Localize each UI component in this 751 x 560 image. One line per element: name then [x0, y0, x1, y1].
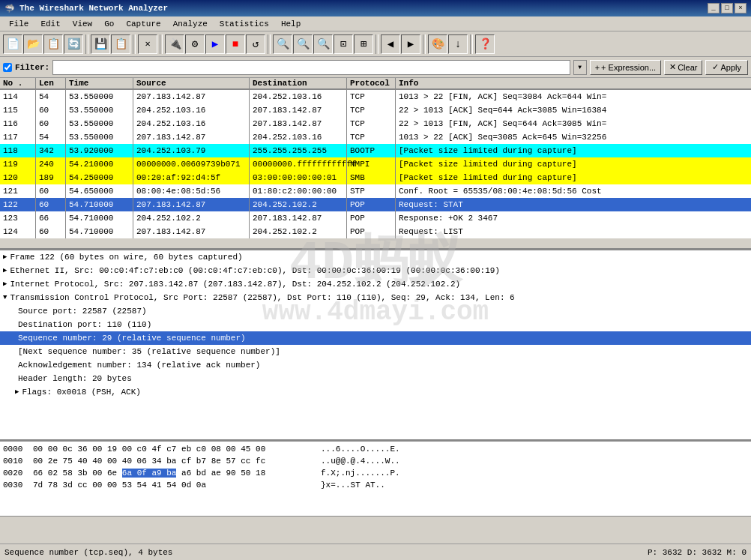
cell-src: 204.252.102.2 — [133, 211, 250, 225]
table-row[interactable]: 114 54 53.550000 207.183.142.87 204.252.… — [0, 90, 751, 103]
help-button[interactable]: ❓ — [475, 34, 495, 54]
col-header-len[interactable]: Len — [36, 78, 66, 88]
list-item[interactable]: ▶Frame 122 (60 bytes on wire, 60 bytes c… — [0, 250, 751, 264]
col-header-dst[interactable]: Destination — [250, 78, 347, 88]
zoom-in-button[interactable]: 🔍 — [293, 34, 313, 54]
start-capture-button[interactable]: ▶ — [205, 34, 225, 54]
cell-dst: 255.255.255.255 — [250, 144, 347, 157]
expand-icon[interactable]: ▶ — [3, 265, 7, 277]
new-capture-button[interactable]: 📄 — [3, 34, 22, 54]
cell-dst: 204.252.103.16 — [250, 90, 347, 103]
cell-time: 53.920000 — [66, 144, 133, 157]
resize-columns-button[interactable]: ⊞ — [354, 34, 373, 54]
list-item[interactable]: Header length: 20 bytes — [0, 372, 751, 385]
cell-src: 207.183.142.87 — [133, 130, 250, 144]
table-row[interactable]: 123 66 54.710000 204.252.102.2 207.183.1… — [0, 211, 751, 225]
expression-button[interactable]: + + Expression... — [590, 60, 662, 75]
menu-statistics[interactable]: Statistics — [214, 18, 275, 30]
save-button[interactable]: 💾 — [91, 34, 110, 54]
menu-help[interactable]: Help — [275, 18, 307, 30]
filter-input[interactable] — [52, 60, 570, 75]
detail-text: Sequence number: 29 (relative sequence n… — [18, 332, 246, 344]
cell-no: 124 — [0, 225, 36, 238]
zoom-out-button[interactable]: 🔍 — [313, 34, 333, 54]
col-header-info[interactable]: Info — [396, 78, 751, 88]
list-item[interactable]: Acknowledgement number: 134 (relative ac… — [0, 358, 751, 372]
colorize-button[interactable]: 🎨 — [428, 34, 447, 54]
table-row[interactable]: 117 54 53.550000 207.183.142.87 204.252.… — [0, 130, 751, 144]
cell-len: 240 — [36, 157, 66, 171]
capture-options-button[interactable]: ⚙ — [185, 34, 205, 54]
cell-proto: POP — [347, 225, 396, 238]
table-row[interactable]: 118 342 53.920000 204.252.103.79 255.255… — [0, 144, 751, 157]
reload-button[interactable]: 🔄 — [64, 34, 83, 54]
detail-text: [Next sequence number: 35 (relative sequ… — [18, 346, 280, 358]
filter-label: Filter: — [15, 63, 49, 72]
expand-icon[interactable]: ▼ — [3, 292, 7, 304]
clear-button[interactable]: ✕ Clear — [664, 60, 702, 75]
col-header-no[interactable]: No . — [0, 78, 36, 88]
close-button2[interactable]: 📋 — [43, 34, 63, 54]
expand-icon[interactable]: ▶ — [3, 251, 7, 263]
find-button[interactable]: 🔍 — [273, 34, 292, 54]
list-item[interactable]: Source port: 22587 (22587) — [0, 304, 751, 318]
menu-bar: File Edit View Go Capture Analyze Statis… — [0, 16, 751, 31]
filter-checkbox[interactable] — [3, 63, 12, 72]
cell-info: 22 > 1013 [ACK] Seq=644 Ack=3085 Win=163… — [396, 103, 751, 117]
table-row[interactable]: 115 60 53.550000 204.252.103.16 207.183.… — [0, 103, 751, 117]
menu-go[interactable]: Go — [98, 18, 120, 30]
maximize-button[interactable]: □ — [721, 3, 733, 13]
capture-interfaces-button[interactable]: 🔌 — [165, 34, 184, 54]
table-row[interactable]: 120 189 54.250000 00:20:af:92:d4:5f 03:0… — [0, 171, 751, 184]
cell-time: 54.710000 — [66, 198, 133, 211]
cell-src: 207.183.142.87 — [133, 90, 250, 103]
cell-no: 123 — [0, 211, 36, 225]
table-row[interactable]: 122 60 54.710000 207.183.142.87 204.252.… — [0, 198, 751, 211]
hex-ascii: f.X;.nj.......P. — [321, 467, 400, 479]
packet-list-pane: No . Len Time Source Destination Protoco… — [0, 78, 751, 250]
cell-len: 342 — [36, 144, 66, 157]
col-header-src[interactable]: Source — [133, 78, 250, 88]
list-item[interactable]: ▶Internet Protocol, Src: 207.183.142.87 … — [0, 277, 751, 291]
menu-edit[interactable]: Edit — [34, 18, 66, 30]
table-row[interactable]: 121 60 54.650000 08:00:4e:08:5d:56 01:80… — [0, 184, 751, 198]
list-item[interactable]: Sequence number: 29 (relative sequence n… — [0, 331, 751, 345]
table-row[interactable]: 116 60 53.550000 204.252.103.16 207.183.… — [0, 117, 751, 130]
stop-capture-button[interactable]: ■ — [226, 34, 245, 54]
zoom-normal-button[interactable]: ⊡ — [334, 34, 353, 54]
list-item[interactable]: ▼Transmission Control Protocol, Src Port… — [0, 291, 751, 304]
next-button[interactable]: ▶ — [401, 34, 420, 54]
apply-button[interactable]: ✓ Apply — [705, 60, 748, 75]
menu-file[interactable]: File — [3, 18, 34, 30]
cell-proto: BOOTP — [347, 144, 396, 157]
prev-button[interactable]: ◀ — [381, 34, 400, 54]
restart-button[interactable]: ↺ — [246, 34, 265, 54]
menu-view[interactable]: View — [67, 18, 98, 30]
list-item[interactable]: Destination port: 110 (110) — [0, 318, 751, 331]
col-header-time[interactable]: Time — [66, 78, 133, 88]
open-button[interactable]: 📂 — [23, 34, 43, 54]
cell-src: 207.183.142.87 — [133, 225, 250, 238]
menu-capture[interactable]: Capture — [120, 18, 166, 30]
cell-dst: 207.183.142.87 — [250, 103, 347, 117]
autoscroll-button[interactable]: ↓ — [448, 34, 468, 54]
cell-len: 54 — [36, 130, 66, 144]
expand-icon[interactable]: ▶ — [15, 386, 19, 398]
cell-len: 189 — [36, 171, 66, 184]
save-as-button[interactable]: 📋 — [111, 34, 130, 54]
filter-dropdown-arrow[interactable]: ▼ — [573, 60, 587, 75]
close-button[interactable]: × — [735, 3, 747, 13]
table-row[interactable]: 124 60 54.710000 207.183.142.87 204.252.… — [0, 225, 751, 238]
expand-icon[interactable]: ▶ — [3, 278, 7, 290]
status-bar: Sequence number (tcp.seq), 4 bytes P: 36… — [0, 544, 751, 560]
col-header-proto[interactable]: Protocol — [347, 78, 396, 88]
list-item[interactable]: ▶Ethernet II, Src: 00:c0:4f:c7:eb:c0 (00… — [0, 264, 751, 277]
minimize-button[interactable]: _ — [708, 3, 720, 13]
list-item[interactable]: [Next sequence number: 35 (relative sequ… — [0, 345, 751, 358]
cell-src: 204.252.103.16 — [133, 117, 250, 130]
menu-analyze[interactable]: Analyze — [167, 18, 214, 30]
close-file-button[interactable]: ✕ — [138, 34, 157, 54]
table-row[interactable]: 119 240 54.210000 00000000.00609739b071 … — [0, 157, 751, 171]
cell-proto: POP — [347, 211, 396, 225]
list-item[interactable]: ▶Flags: 0x0018 (PSH, ACK) — [0, 385, 751, 399]
